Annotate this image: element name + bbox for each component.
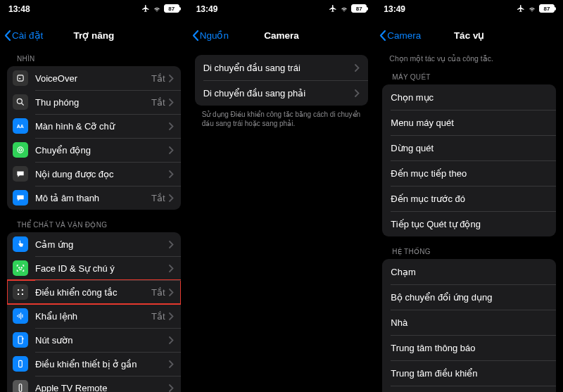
row-label: Dừng quét	[391, 143, 548, 153]
row-faceid[interactable]: Face ID & Sự chú ý	[7, 256, 181, 280]
footer-text: Sử dụng Điều khiển công tắc bằng cách di…	[188, 106, 376, 132]
list-group-camera: Di chuyển đầu sang trái Di chuyển đầu sa…	[195, 55, 369, 106]
row-touch[interactable]: Cảm ứng	[7, 232, 181, 256]
back-button[interactable]: Camera	[379, 30, 421, 41]
airplane-icon	[517, 4, 525, 13]
action-select-item[interactable]: Chọn mục	[382, 84, 556, 110]
faceid-icon	[13, 260, 28, 276]
back-button[interactable]: Cài đặt	[4, 30, 43, 41]
status-bar: 13:49 87	[188, 0, 376, 21]
back-button[interactable]: Nguồn	[192, 30, 229, 41]
section-header-physical: THỂ CHẤT VÀ VẬN ĐỘNG	[0, 210, 188, 232]
row-label: Di chuyển đầu sang trái	[203, 63, 355, 73]
row-motion[interactable]: Chuyển động	[7, 138, 181, 162]
row-label: Điều khiển công tắc	[35, 287, 151, 298]
list-group-physical: Cảm ứng Face ID & Sự chú ý Điều khiển cô…	[7, 232, 181, 392]
nav-bar: Camera Tác vụ	[375, 21, 563, 49]
row-label: Menu máy quét	[391, 118, 548, 128]
svg-text:AA: AA	[17, 124, 24, 129]
back-label: Cài đặt	[12, 30, 43, 41]
zoom-icon	[13, 94, 28, 110]
status-time: 13:49	[196, 4, 218, 14]
action-tap[interactable]: Chạm	[382, 259, 556, 284]
chevron-right-icon	[355, 64, 360, 72]
chevron-right-icon	[169, 241, 174, 248]
row-label: Khẩu lệnh	[35, 311, 151, 322]
action-resume-auto[interactable]: Tiếp tục Quét tự động	[382, 211, 556, 236]
row-spoken-content[interactable]: Nội dung được đọc	[7, 162, 181, 186]
row-label: Màn hình & Cỡ chữ	[35, 121, 169, 132]
status-time: 13:49	[384, 4, 405, 14]
row-voice-control[interactable]: Khẩu lệnh Tắt	[7, 304, 181, 328]
status-icons: 87	[517, 4, 555, 13]
chevron-left-icon	[192, 30, 198, 41]
chevron-right-icon	[169, 146, 174, 154]
row-label: VoiceOver	[35, 73, 151, 84]
list-group-scanner: Chọn mục Menu máy quét Dừng quét Đến mục…	[382, 84, 556, 236]
phone-screen-2: 13:49 87 Nguồn Camera Di chuyển đầu sang…	[188, 0, 376, 392]
svg-rect-15	[18, 336, 23, 344]
action-stop-scan[interactable]: Dừng quét	[382, 135, 556, 160]
chevron-right-icon	[169, 312, 174, 320]
voiceover-icon	[13, 70, 28, 86]
list-group-vision: VoiceOver Tắt Thu phóng Tắt AA Màn hình …	[7, 66, 181, 210]
action-notif-center[interactable]: Trung tâm thông báo	[382, 335, 556, 360]
spoken-icon	[13, 166, 28, 182]
row-label: Apple TV Remote	[35, 383, 169, 393]
row-label: Chạm	[391, 267, 548, 277]
row-label: Mô tả âm thanh	[35, 193, 151, 203]
row-label: Cảm ứng	[35, 239, 169, 250]
touch-icon	[13, 236, 28, 252]
action-shortcuts-menu[interactable]: Menu Phím tắt	[382, 386, 556, 392]
row-label: Nút sườn	[35, 335, 169, 346]
row-head-left[interactable]: Di chuyển đầu sang trái	[195, 55, 369, 80]
back-label: Nguồn	[200, 30, 229, 41]
row-nearby-devices[interactable]: Điều khiển thiết bị ở gần	[7, 352, 181, 376]
chevron-left-icon	[379, 30, 386, 41]
remote-icon	[13, 380, 28, 392]
nav-bar: Cài đặt Trợ năng	[0, 21, 188, 49]
action-scanner-menu[interactable]: Menu máy quét	[382, 110, 556, 135]
chevron-left-icon	[4, 30, 11, 41]
row-audio-desc[interactable]: Mô tả âm thanh Tắt	[7, 186, 181, 210]
action-app-switcher[interactable]: Bộ chuyển đổi ứng dụng	[382, 284, 556, 310]
svg-point-3	[18, 147, 23, 153]
status-icons: 87	[329, 4, 367, 13]
voice-control-icon	[13, 308, 28, 324]
row-apple-tv-remote[interactable]: Apple TV Remote	[7, 376, 181, 392]
status-icons: 87	[141, 4, 179, 13]
svg-point-9	[18, 293, 19, 295]
row-voiceover[interactable]: VoiceOver Tắt	[7, 66, 181, 90]
row-label: Bộ chuyển đổi ứng dụng	[391, 292, 548, 303]
action-prev-item[interactable]: Đến mục trước đó	[382, 186, 556, 211]
svg-rect-17	[19, 384, 22, 392]
row-label: Nội dung được đọc	[35, 169, 169, 179]
svg-rect-14	[22, 315, 23, 318]
row-switch-control[interactable]: Điều khiển công tắc Tắt	[7, 280, 181, 304]
desc-text: Chọn một tác vụ của công tắc.	[375, 49, 563, 68]
action-next-item[interactable]: Đến mục tiếp theo	[382, 160, 556, 186]
row-display-text[interactable]: AA Màn hình & Cỡ chữ	[7, 114, 181, 138]
svg-point-4	[19, 148, 22, 151]
row-side-button[interactable]: Nút sườn	[7, 328, 181, 352]
row-label: Nhà	[391, 317, 548, 328]
list-group-system: Chạm Bộ chuyển đổi ứng dụng Nhà Trung tâ…	[382, 259, 556, 392]
chevron-right-icon	[169, 194, 174, 202]
row-value: Tắt	[151, 97, 165, 108]
action-control-center[interactable]: Trung tâm điều khiển	[382, 360, 556, 386]
svg-point-5	[19, 267, 20, 268]
status-bar: 13:49 87	[375, 0, 563, 21]
svg-point-1	[17, 99, 22, 103]
action-home[interactable]: Nhà	[382, 310, 556, 335]
svg-point-7	[18, 289, 19, 291]
svg-point-6	[21, 267, 22, 268]
row-head-right[interactable]: Di chuyển đầu sang phải	[195, 80, 369, 106]
audio-desc-icon	[13, 190, 28, 206]
row-label: Chuyển động	[35, 145, 169, 156]
row-label: Chọn mục	[391, 92, 548, 103]
chevron-right-icon	[169, 336, 174, 344]
chevron-right-icon	[169, 265, 174, 272]
row-zoom[interactable]: Thu phóng Tắt	[7, 90, 181, 114]
back-label: Camera	[387, 30, 421, 41]
airplane-icon	[141, 4, 150, 13]
